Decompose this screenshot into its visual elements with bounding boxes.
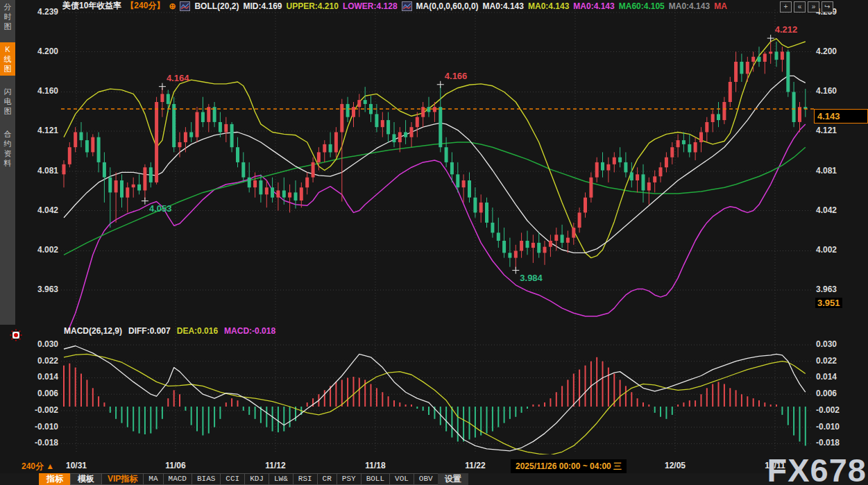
svg-text:4.164: 4.164 [167,73,189,83]
x-axis-label: 11/22 [465,461,485,470]
toolbar-button-BIAS[interactable]: BIAS [192,473,221,485]
indicator-marker-icon[interactable] [10,329,22,341]
header-segment: BOLL(20,2) [194,1,239,11]
macd-header-segment: MACD(26,12,9) [64,326,122,336]
toolbar-button-CCI[interactable]: CCI [220,473,245,485]
trading-terminal: 4.1644.0534.1663.9844.212 分时图K线图闪电图合约资料 … [0,0,868,485]
range-min-tag: 3.951 [815,298,842,308]
fx678-watermark: FX678 [767,451,867,485]
header-segment: MA0:4.143 [528,1,569,11]
header-segment: MA0:4.143 [669,1,710,11]
header-segment: MA60:4.105 [619,1,665,11]
indicator-toolbar: 指标模板VIP指标MAMACDBIASCCIKDJLW&RSICRPSYBOLL… [0,473,868,485]
header-segment: MA0:4.143 [573,1,614,11]
toolbar-button-BOLL[interactable]: BOLL [361,473,390,485]
svg-text:3.984: 3.984 [520,273,543,283]
toolbar-button-模板[interactable]: 模板 [70,473,102,485]
macd-header-segment: DEA:0.016 [177,326,218,336]
header-segment: 美债10年收益率 [62,1,121,11]
toolbar-button-KDJ[interactable]: KDJ [244,473,269,485]
header-segment: MID:4.169 [243,1,282,11]
header-segment: MA [714,1,727,11]
sidebar-item-K线图[interactable]: K线图 [0,42,15,76]
toolbar-button-RSI[interactable]: RSI [293,473,318,485]
toolbar-button-MA[interactable]: MA [143,473,163,485]
x-axis-label: 12/05 [665,461,686,470]
x-axis-label: 11/06 [165,461,185,470]
chart-type-sidebar: 分时图K线图闪电图合约资料 [0,0,15,325]
exit-icon[interactable]: ↪ [822,1,833,12]
mini-chart-icon[interactable] [180,1,190,11]
header-segment: 【240分】 [126,1,164,11]
svg-text:4.212: 4.212 [775,24,798,35]
interval-label[interactable]: 240分 ▲ [22,461,54,473]
toolbar-button-PSY[interactable]: PSY [337,473,361,485]
pan-crosshair-icon[interactable]: + [780,1,792,12]
chart-toolbar-icons: +«»↪ [780,1,833,12]
toolbar-button-CR[interactable]: CR [317,473,337,485]
header-segment: LOWER:4.128 [343,1,398,11]
toolbar-button-VOL[interactable]: VOL [389,473,414,485]
svg-text:4.166: 4.166 [445,71,468,81]
header-segment: MA0:4.143 [483,1,524,11]
macd-header-segment: MACD:-0.018 [224,326,275,336]
toolbar-button-LW&[interactable]: LW& [269,473,293,485]
toolbar-button-VIP指标[interactable]: VIP指标 [101,473,144,485]
header-segment: UPPER:4.210 [287,1,339,11]
x-axis-label: 10/31 [66,461,87,470]
indicator-header: 美债10年收益率【240分】⊕BOLL(20,2)MID:4.169UPPER:… [62,1,727,11]
svg-text:4.053: 4.053 [149,203,172,214]
toolbar-button-MACD[interactable]: MACD [163,473,192,485]
jump-end-icon[interactable]: » [808,1,819,12]
toolbar-button-OBV[interactable]: OBV [414,473,439,485]
sidebar-item-闪电图[interactable]: 闪电图 [0,85,15,118]
time-axis: 240分 ▲ 2025/11/26 00:00 ~ 04:00 三 10/311… [0,459,868,473]
x-axis-label: 11/18 [365,461,385,470]
hovered-bar-time: 2025/11/26 00:00 ~ 04:00 三 [511,459,627,474]
x-axis-label: 11/12 [265,461,285,470]
sidebar-item-分时图[interactable]: 分时图 [0,0,15,33]
sidebar-item-合约资料[interactable]: 合约资料 [0,127,15,170]
main-chart[interactable]: 4.1644.0534.1663.9844.212 [0,0,868,485]
macd-header-segment: DIFF:0.007 [128,326,171,336]
jump-start-icon[interactable]: « [794,1,806,12]
macd-header: MACD(26,12,9)DIFF:0.007DEA:0.016MACD:-0.… [64,326,275,336]
toolbar-button-设置[interactable]: 设置 [438,473,468,485]
mini-chart-icon[interactable] [402,1,412,11]
header-segment: MA(0,0,0,60,0,0) [416,1,479,11]
last-price-tag: 4.143 [814,109,868,124]
circle-plus-icon[interactable]: ⊕ [169,1,176,11]
toolbar-button-指标[interactable]: 指标 [39,473,71,485]
